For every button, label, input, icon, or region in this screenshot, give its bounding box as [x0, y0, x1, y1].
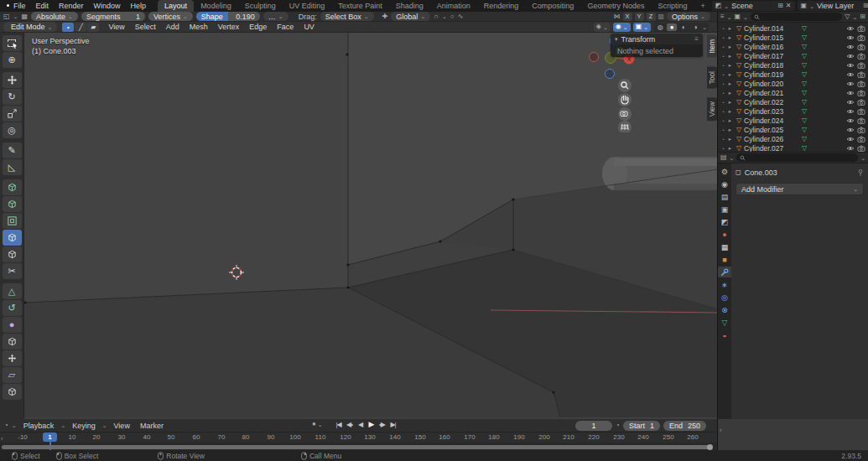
hide-eye-icon[interactable] [846, 117, 855, 124]
camera-visibility-icon[interactable] [857, 71, 865, 78]
tab-shading[interactable]: Shading [389, 0, 430, 12]
mirror-z-button[interactable]: Z [647, 13, 656, 21]
gizmo-z-neg[interactable] [606, 70, 615, 79]
menu-uv[interactable]: UV [299, 23, 319, 31]
camera-visibility-icon[interactable] [857, 127, 865, 133]
outliner-row[interactable]: •▸▽Cylinder.024▽ [718, 116, 868, 125]
material-shading-button[interactable]: ◐ [678, 23, 689, 31]
wireframe-shading-button[interactable]: ◍ [655, 23, 665, 31]
tab-constraints[interactable]: ⊗ [718, 304, 731, 315]
expand-arrow-icon[interactable]: ▸ [726, 136, 734, 142]
proportional-falloff-icon[interactable]: ∿ [458, 13, 464, 20]
tool-spin[interactable]: ↺ [3, 300, 22, 316]
tool-bevel[interactable] [3, 230, 22, 246]
segments-field[interactable]: Segments 1 [81, 12, 145, 21]
camera-visibility-icon[interactable] [857, 44, 865, 50]
end-frame-field[interactable]: End 250 [663, 421, 706, 431]
hide-eye-icon[interactable] [846, 80, 855, 87]
edge-select-button[interactable]: ╱ [75, 23, 86, 32]
menu-view[interactable]: View [104, 23, 128, 31]
face-select-button[interactable]: ▰ [87, 23, 99, 32]
new-scene-icon[interactable]: ⊞ [777, 3, 783, 9]
outliner-row[interactable]: •▸▽Cylinder.015▽ [718, 33, 868, 42]
show-overlays-button[interactable]: ◉ ⌄ [613, 23, 631, 32]
expand-arrow-icon[interactable]: ▸ [726, 71, 734, 78]
tool-shrink-fatten[interactable] [3, 350, 22, 366]
menu-marker[interactable]: Marker [137, 422, 167, 430]
affect-mode-dropdown[interactable]: Vertices ⌄ [148, 12, 193, 21]
camera-visibility-icon[interactable] [857, 145, 865, 152]
tab-particles[interactable]: ∗ [718, 279, 731, 290]
vertex-select-button[interactable]: • [62, 23, 74, 32]
properties-search-input[interactable] [736, 153, 858, 162]
perspective-toggle-button[interactable] [618, 121, 632, 132]
tool-transform[interactable]: ◎ [3, 122, 22, 138]
camera-visibility-icon[interactable] [857, 53, 865, 60]
object-name[interactable]: Cylinder.022 [744, 98, 799, 106]
view-layer-selector[interactable]: ▣ ⌄ View Layer ⊞ ✕ [798, 1, 868, 11]
next-keyframe-button[interactable]: •▶ [377, 421, 387, 428]
hide-eye-icon[interactable] [846, 25, 855, 32]
current-frame-field[interactable]: 1 [575, 421, 612, 431]
collapse-arrow-icon[interactable]: ▾ [615, 36, 618, 42]
menu-render[interactable]: Render [54, 2, 89, 10]
pin-icon[interactable] [857, 168, 864, 177]
tool-knife[interactable]: ✂ [3, 263, 22, 279]
hide-eye-icon[interactable] [846, 53, 855, 60]
chevron-down-icon[interactable]: ⌄ [860, 155, 865, 161]
tab-texture-paint[interactable]: Texture Paint [331, 0, 389, 12]
tab-world[interactable]: ● [718, 229, 731, 240]
camera-visibility-icon[interactable] [857, 108, 865, 115]
timeline-editor-icon[interactable]: ◔ [4, 422, 8, 429]
outliner-row[interactable]: •▸▽Cylinder.027▽ [718, 143, 868, 152]
hide-eye-icon[interactable] [846, 90, 855, 96]
tab-tool[interactable]: ⚙ [718, 166, 731, 177]
outliner-row[interactable]: •▸▽Cylinder.017▽ [718, 51, 868, 60]
start-frame-field[interactable]: Start 1 [623, 421, 660, 431]
camera-visibility-icon[interactable] [857, 62, 865, 69]
proportional-edit-icon[interactable]: ○ [450, 13, 455, 20]
hide-eye-icon[interactable] [846, 62, 855, 69]
tool-edge-slide[interactable] [3, 334, 22, 350]
mirror-x-button[interactable]: X [623, 13, 632, 21]
camera-visibility-icon[interactable] [857, 117, 865, 124]
menu-select[interactable]: Select [131, 23, 160, 31]
playhead[interactable]: 1 [43, 433, 57, 442]
menu-view[interactable]: View [111, 422, 133, 430]
menu-file[interactable]: File [8, 2, 31, 10]
menu-edge[interactable]: Edge [245, 23, 271, 31]
tab-view-layer[interactable]: ▣ [718, 204, 731, 215]
timeline-ruler[interactable]: ‹ -10 10 20 30 40 50 60 70 80 90 100 110… [0, 433, 717, 450]
new-collection-icon[interactable]: ⊞ [860, 13, 865, 20]
mode-dropdown[interactable]: Edit Mode ⌄ [3, 22, 57, 32]
tool-move[interactable] [3, 72, 22, 88]
snap-mode-dropdown[interactable]: Absolute ⌄ [31, 12, 78, 21]
xray-toggle-button[interactable]: ▣ ⌄ [633, 23, 651, 32]
timeline-scrollbar[interactable] [2, 445, 711, 449]
menu-vertex[interactable]: Vertex [214, 23, 244, 31]
tool-select-box[interactable] [3, 35, 22, 51]
tool-loop-cut[interactable] [3, 246, 22, 262]
drag-tool-dropdown[interactable]: Select Box ⌄ [320, 12, 374, 21]
expand-arrow-icon[interactable]: ▸ [726, 145, 734, 152]
menu-window[interactable]: Window [89, 2, 126, 10]
breadcrumb-object-name[interactable]: Cone.003 [745, 168, 777, 177]
tool-settings-editor-icon[interactable]: ◱ [3, 13, 10, 20]
camera-visibility-icon[interactable] [857, 99, 865, 106]
shape-field[interactable]: Shape 0.190 [196, 12, 260, 21]
tool-inset-faces[interactable] [3, 213, 22, 229]
outliner-row[interactable]: •▸▽Cylinder.022▽ [718, 97, 868, 106]
tab-scene[interactable]: ◩ [718, 216, 731, 227]
tab-collection[interactable]: ▦ [718, 241, 731, 252]
outliner-row[interactable]: •▸▽Cylinder.018▽ [718, 60, 868, 70]
object-name[interactable]: Cylinder.023 [744, 107, 799, 116]
camera-view-button[interactable] [618, 107, 632, 121]
expand-arrow-icon[interactable]: ▸ [726, 25, 734, 32]
tab-output[interactable]: ▤ [718, 191, 731, 202]
menu-help[interactable]: Help [126, 2, 152, 10]
new-view-layer-icon[interactable]: ⊞ [863, 3, 868, 9]
object-name[interactable]: Cylinder.014 [744, 24, 799, 33]
expand-arrow-icon[interactable]: ▸ [726, 127, 734, 133]
rendered-shading-button[interactable]: ◑ [690, 23, 700, 31]
hide-eye-icon[interactable] [846, 71, 855, 78]
